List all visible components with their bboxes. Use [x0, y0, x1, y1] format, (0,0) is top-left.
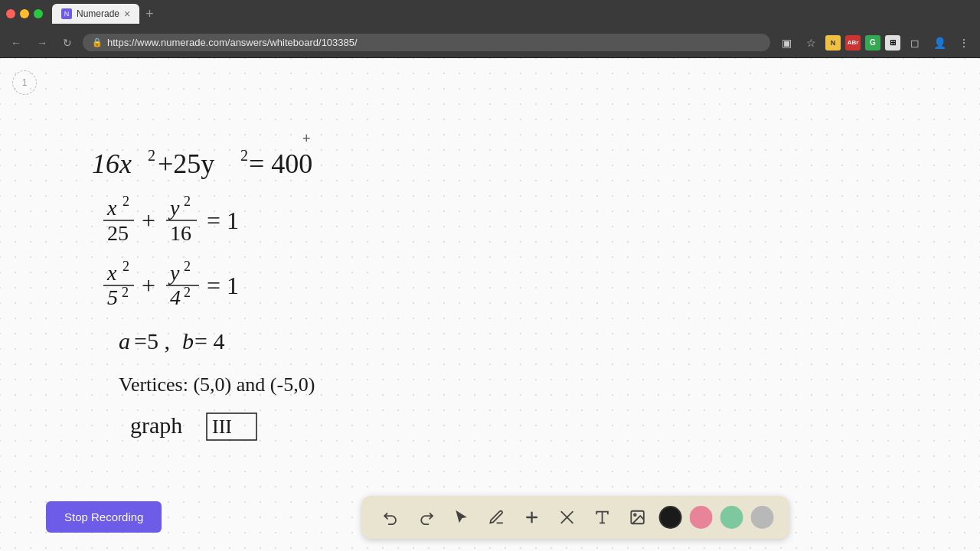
active-tab[interactable]: N Numerade ×	[52, 4, 139, 24]
tab-title: Numerade	[77, 8, 119, 19]
svg-text:Vertices: (5,0) and (-5,0): Vertices: (5,0) and (-5,0)	[119, 373, 315, 396]
forward-button[interactable]: →	[32, 34, 52, 52]
screen-share-btn[interactable]: ◻	[905, 33, 925, 53]
back-button[interactable]: ←	[6, 34, 26, 52]
redo-button[interactable]	[413, 504, 440, 531]
menu-btn[interactable]: ⋮	[954, 33, 974, 53]
color-green[interactable]	[720, 506, 743, 529]
url-text: https://www.numerade.com/answers/whitebo…	[107, 37, 761, 48]
svg-text:y: y	[168, 261, 180, 285]
minimize-window-btn[interactable]	[20, 9, 29, 18]
image-tool-button[interactable]	[624, 504, 652, 531]
traffic-lights	[6, 9, 43, 18]
svg-text:= 4: = 4	[194, 328, 224, 354]
svg-text:= 400: = 400	[249, 148, 312, 179]
svg-text:b: b	[182, 328, 194, 354]
extension-icon-2[interactable]: ABr	[845, 35, 861, 51]
svg-text:III: III	[212, 416, 232, 438]
stop-recording-button[interactable]: Stop Recording	[46, 501, 162, 533]
undo-button[interactable]	[377, 504, 405, 531]
address-bar: ← → ↻ 🔒 https://www.numerade.com/answers…	[0, 28, 980, 58]
title-bar: N Numerade × +	[0, 0, 980, 28]
lock-icon: 🔒	[92, 37, 103, 47]
svg-text:2: 2	[148, 147, 155, 164]
extension-icon-1[interactable]: N	[825, 35, 841, 51]
svg-text:= 1: = 1	[207, 207, 239, 234]
page-number: 1	[22, 77, 28, 88]
svg-text:x: x	[106, 261, 117, 285]
tab-close-btn[interactable]: ×	[124, 8, 130, 19]
svg-text:2: 2	[184, 259, 191, 274]
svg-text:2: 2	[184, 285, 191, 300]
svg-text:2: 2	[122, 194, 129, 209]
svg-text:25: 25	[107, 221, 129, 245]
svg-text:5: 5	[107, 285, 118, 309]
pen-tool-button[interactable]	[483, 504, 511, 531]
add-tool-button[interactable]	[518, 504, 546, 531]
color-pink[interactable]	[690, 506, 713, 529]
address-bar-input[interactable]: 🔒 https://www.numerade.com/answers/white…	[83, 34, 770, 51]
color-black[interactable]	[659, 506, 682, 529]
svg-point-42	[634, 514, 636, 516]
svg-text:4: 4	[170, 285, 181, 309]
svg-text:a: a	[119, 328, 130, 354]
svg-text:16x: 16x	[92, 148, 132, 179]
main-content: 1 + .hw { font-family: Georgia, 'Times N…	[0, 58, 980, 551]
svg-text:2: 2	[184, 194, 191, 209]
bookmark-btn[interactable]: ☆	[801, 33, 821, 53]
close-window-btn[interactable]	[6, 9, 15, 18]
svg-text:+: +	[142, 207, 155, 234]
select-tool-button[interactable]	[448, 504, 475, 531]
svg-text:+25y: +25y	[158, 148, 214, 179]
svg-text:= 1: = 1	[207, 272, 239, 299]
whiteboard[interactable]: 1 + .hw { font-family: Georgia, 'Times N…	[0, 58, 980, 551]
eraser-tool-button[interactable]	[554, 504, 581, 531]
new-tab-button[interactable]: +	[139, 3, 160, 25]
svg-text:2: 2	[240, 147, 248, 164]
text-tool-button[interactable]	[589, 504, 616, 531]
tab-favicon: N	[61, 8, 72, 19]
page-indicator: 1	[12, 70, 37, 95]
maximize-window-btn[interactable]	[34, 9, 43, 18]
extension-icon-3[interactable]: G	[865, 35, 880, 51]
browser-window: N Numerade × + ← → ↻ 🔒 https://www.numer…	[0, 0, 980, 551]
profile-btn[interactable]: 👤	[929, 33, 949, 53]
reload-button[interactable]: ↻	[58, 34, 77, 52]
svg-text:x: x	[106, 196, 117, 220]
tab-bar: N Numerade × +	[52, 3, 974, 25]
svg-text:2: 2	[122, 259, 129, 274]
svg-text:=5 ,: =5 ,	[134, 328, 170, 354]
svg-text:y: y	[168, 196, 180, 220]
svg-text:graph: graph	[130, 412, 182, 438]
screen-capture-btn[interactable]: ▣	[776, 33, 796, 53]
svg-text:+: +	[142, 272, 155, 299]
drawing-toolbar	[362, 496, 789, 539]
browser-actions: ▣ ☆ N ABr G ⊞ ◻ 👤 ⋮	[776, 33, 974, 53]
svg-text:16: 16	[170, 221, 191, 245]
color-gray[interactable]	[751, 506, 774, 529]
extension-icon-4[interactable]: ⊞	[885, 35, 900, 51]
math-content: .hw { font-family: Georgia, 'Times New R…	[54, 127, 513, 494]
svg-text:2: 2	[122, 285, 129, 300]
